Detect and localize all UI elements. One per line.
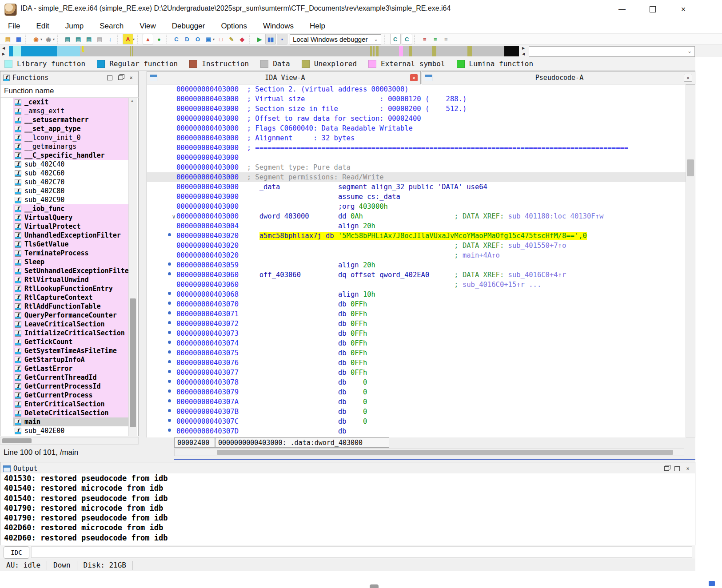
function-row[interactable]: fsub_402C40 [13,160,129,169]
structures-window-icon[interactable]: ▤ [95,34,104,44]
stop-debug-icon[interactable]: ▪ [277,34,287,44]
disasm-line[interactable]: 000000000403000 ; Flags C0600040: Data R… [147,123,686,133]
close-button[interactable]: × [673,0,694,19]
function-row[interactable]: fLeaveCriticalSection [13,320,129,329]
disasm-line[interactable]: 000000000403000 ; Section 2. (virtual ad… [147,84,686,94]
functions-close-button[interactable]: × [128,75,135,81]
disasm-line[interactable]: 000000000403077 db 0FFh [147,368,686,377]
ida-view-close-icon[interactable]: ✕ [410,74,418,81]
disasm-line[interactable]: 00000000040307C db 0 [147,417,686,426]
command-line-input[interactable] [31,546,692,558]
dropdown-arrow-icon[interactable]: ▾ [133,37,135,41]
menu-item-jump[interactable]: Jump [57,19,92,33]
add-breakpoint-icon[interactable]: ≡ [431,34,440,44]
menu-item-debugger[interactable]: Debugger [164,19,213,33]
function-row[interactable]: fRtlCaptureContext [13,293,129,302]
pseudocode-caption[interactable]: Pseudocode-A ✕ [422,71,695,84]
disasm-line[interactable]: 000000000403000 [147,153,686,163]
function-row[interactable]: fsub_402C60 [13,169,129,178]
disasm-line[interactable]: 000000000403004 align 20h [147,221,686,231]
scroll-up-icon[interactable]: ▲ [130,99,134,103]
pause-debug-icon[interactable]: ▮▮ [265,34,276,44]
lumina-icon[interactable]: ● [154,34,164,44]
functions-horizontal-scrollbar[interactable] [0,437,139,445]
disasm-line[interactable]: 000000000403073 db 0FFh [147,329,686,338]
disasm-line[interactable]: 00000000040307A db 0 [147,397,686,407]
strings-window-icon[interactable]: ▤ [84,34,94,44]
function-row[interactable]: f_amsg_exit [13,107,129,115]
menu-item-help[interactable]: Help [302,19,333,33]
debugger-combobox[interactable]: Local Windows debugger⌄ [290,34,381,44]
function-row[interactable]: fsub_402C90 [13,195,129,204]
function-row[interactable]: fRtlLookupFunctionEntry [13,284,129,293]
function-row[interactable]: fGetTickCount [13,338,129,346]
disasm-line[interactable]: ∨000000000403000 dword_403000 dd 0Ah ; D… [147,211,686,221]
disasm-line[interactable]: 000000000403071 db 0FFh [147,309,686,319]
menu-item-windows[interactable]: Windows [255,19,302,33]
menu-item-file[interactable]: File [0,19,28,33]
save-file-icon[interactable]: ▦ [14,34,24,44]
disasm-line[interactable]: 000000000403000 ; ======================… [147,143,686,153]
function-row[interactable]: fTlsGetValue [13,240,129,249]
disasm-line[interactable]: 000000000403070 db 0FFh [147,299,686,309]
disasm-line[interactable]: 000000000403000 assume cs:_data [147,192,686,202]
abort-icon[interactable]: ◆ [237,34,247,44]
function-row[interactable]: fGetCurrentProcess [13,391,129,400]
functions-maximize-button[interactable] [106,75,113,81]
maximize-button[interactable] [642,0,663,19]
menu-item-view[interactable]: View [132,19,164,33]
disasm-line[interactable]: 000000000403068 align 10h [147,290,686,299]
dropdown-arrow-icon[interactable]: ▾ [40,37,42,41]
stop-plan-icon[interactable]: □ [216,34,226,44]
menu-item-edit[interactable]: Edit [28,19,57,33]
function-row[interactable]: fGetLastError [13,364,129,373]
disasm-line[interactable]: 000000000403000 ; Offset to raw data for… [147,114,686,123]
take-snapshot-icon[interactable]: ▣ [203,34,213,44]
ida-view-caption[interactable]: IDA View-A ✕ [147,71,421,84]
disasm-line[interactable]: 000000000403060 ; sub_4016C0+15↑r ... [147,280,686,290]
navband-right-arrows[interactable]: ▶◀ [521,46,526,56]
disasm-line[interactable]: 000000000403000 ; Segment permissions: R… [147,172,686,182]
disasm-line[interactable]: 000000000403076 db 0FFh [147,358,686,368]
function-row[interactable]: f__setusermatherr [13,115,129,124]
functions-vertical-scrollbar[interactable]: ▲ [128,98,137,436]
function-row[interactable]: f__C_specific_handler [13,151,129,160]
function-row[interactable]: f_cexit [13,98,129,107]
start-debug-icon[interactable]: ▶ [255,34,264,44]
breakpoint-flag-icon[interactable]: ▲ [143,34,153,44]
function-row[interactable]: fQueryPerformanceCounter [13,311,129,320]
function-row[interactable]: fVirtualQuery [13,213,129,222]
disasm-line[interactable]: 000000000403000 ; Virtual size : 0000012… [147,94,686,104]
function-row[interactable]: fmain [13,417,129,426]
function-row[interactable]: fsub_402E00 [13,426,129,435]
output-log[interactable]: 401530: restored pseudocode from idb4015… [0,473,695,545]
function-row[interactable]: fGetCurrentThreadId [13,373,129,382]
disasm-line[interactable]: 000000000403000 ; Section size in file :… [147,104,686,114]
disasm-line[interactable]: 000000000403060 off_403060 dq offset qwo… [147,270,686,280]
function-row[interactable]: fRtlAddFunctionTable [13,302,129,311]
compiler-options-icon[interactable]: C [172,34,181,44]
disasm-line[interactable]: 000000000403072 db 0FFh [147,319,686,329]
output-maximize-button[interactable] [674,465,681,472]
navband-combobox[interactable]: ⌄ [529,46,695,57]
function-row[interactable]: fRtlVirtualUnwind [13,275,129,284]
function-row[interactable]: fVirtualProtect [13,222,129,231]
listing-horizontal-scrollbar[interactable] [174,449,684,456]
debugger-options-icon[interactable]: D [182,34,192,44]
open-file-icon[interactable]: ▤ [3,34,13,44]
function-row[interactable]: f__set_app_type [13,124,129,133]
color-instruction-icon[interactable]: A [123,34,133,44]
output-close-button[interactable]: × [684,465,691,472]
disasm-line[interactable]: 000000000403079 db 0 [147,387,686,397]
menu-item-search[interactable]: Search [92,19,132,33]
function-row[interactable]: fTerminateProcess [13,249,129,258]
function-row[interactable]: f__iob_func [13,204,129,213]
disasm-line[interactable]: 00000000040307B db 0 [147,407,686,417]
function-row[interactable]: fGetSystemTimeAsFileTime [13,346,129,355]
function-row[interactable]: fsub_402C70 [13,178,129,187]
disasm-line[interactable]: 000000000403074 db 0FFh [147,338,686,348]
disasm-line[interactable]: 000000000403000 ;org 403000h [147,202,686,211]
minimize-button[interactable]: — [612,0,632,19]
navband-left-arrows[interactable]: ◀▶ [1,46,6,56]
disasm-line[interactable]: 000000000403020 ; DATA XREF: sub_401550+… [147,241,686,250]
